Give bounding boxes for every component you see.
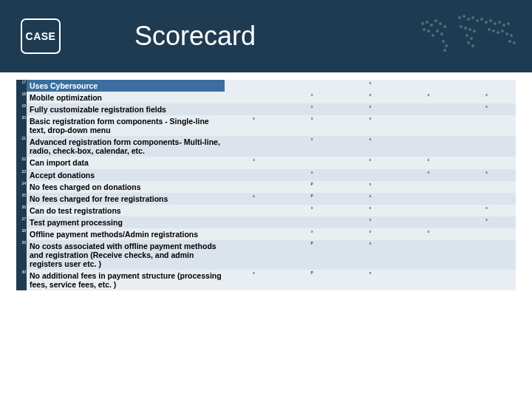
svg-point-34: [501, 30, 504, 33]
cell-mark: [225, 92, 283, 103]
cell-mark: [457, 240, 516, 270]
cell-mark: x: [341, 228, 400, 240]
row-number: 27: [16, 216, 27, 228]
cell-mark: x: [225, 270, 283, 290]
row-label: Basic registration form components - Sin…: [27, 115, 225, 136]
svg-point-17: [485, 21, 488, 24]
row-number: 25: [16, 193, 27, 205]
cell-mark: x: [283, 169, 341, 181]
cell-mark: x: [283, 92, 341, 103]
cell-mark: x: [341, 181, 400, 193]
svg-point-16: [480, 18, 483, 21]
row-number: 26: [16, 205, 27, 216]
svg-point-23: [460, 25, 463, 28]
svg-point-28: [470, 37, 473, 40]
svg-point-10: [423, 28, 426, 31]
svg-point-15: [476, 19, 479, 22]
cell-mark: [225, 169, 283, 181]
cell-mark: [399, 270, 457, 290]
table-row: 25No fees charged for free registrations…: [16, 193, 516, 205]
cell-mark: x: [283, 228, 341, 240]
row-label: Accept donations: [27, 169, 225, 181]
cell-mark: P: [283, 193, 341, 205]
logo-text: CASE: [26, 30, 56, 42]
cell-mark: [225, 136, 283, 157]
cell-mark: x: [341, 205, 400, 216]
row-number: 28: [16, 228, 27, 240]
scorecard-table: 17Uses Cybersourcex18Mobile optimization…: [16, 80, 516, 290]
svg-point-24: [464, 27, 467, 30]
svg-point-40: [445, 44, 448, 47]
cell-mark: [457, 80, 516, 92]
cell-mark: [399, 136, 457, 157]
cell-mark: x: [341, 136, 400, 157]
cell-mark: x: [457, 92, 516, 103]
cell-mark: x: [341, 80, 400, 92]
cell-mark: [399, 240, 457, 270]
cell-mark: x: [399, 92, 457, 103]
row-number: 21: [16, 136, 27, 157]
svg-point-21: [502, 24, 505, 27]
svg-point-8: [432, 34, 434, 37]
svg-point-20: [498, 21, 501, 24]
cell-mark: x: [457, 169, 516, 181]
cell-mark: [399, 181, 457, 193]
cell-mark: [399, 80, 457, 92]
svg-point-13: [467, 18, 470, 21]
svg-point-31: [488, 28, 491, 31]
cell-mark: [457, 136, 516, 157]
table-row: 19Fully customizable registration fields…: [16, 103, 516, 115]
table-row: 28Offline payment methods/Admin registra…: [16, 228, 516, 240]
table-row: 23Accept donationsxxx: [16, 169, 516, 181]
row-label: Can do test registrations: [27, 205, 225, 216]
cell-mark: [457, 181, 516, 193]
cell-mark: [341, 169, 400, 181]
cell-mark: [399, 205, 457, 216]
cell-mark: x: [399, 228, 457, 240]
cell-mark: x: [283, 103, 341, 115]
cell-mark: x: [225, 193, 283, 205]
cell-mark: x: [225, 115, 283, 136]
table-row: 21Advanced registration form components-…: [16, 136, 516, 157]
table-row: 17Uses Cybersourcex: [16, 80, 516, 92]
row-number: 19: [16, 103, 27, 115]
cell-mark: P: [283, 240, 341, 270]
svg-point-22: [507, 22, 510, 25]
cell-mark: [283, 216, 341, 228]
cell-mark: x: [341, 115, 400, 136]
svg-point-39: [442, 40, 445, 43]
row-label: Mobile optimization: [27, 92, 225, 103]
svg-point-14: [471, 16, 474, 19]
svg-point-36: [510, 34, 513, 37]
cell-mark: [225, 228, 283, 240]
row-label: No additional fees in payment structure …: [27, 270, 225, 290]
svg-point-38: [513, 41, 516, 44]
row-label: No costs associated with offline payment…: [27, 240, 225, 270]
svg-point-26: [473, 30, 476, 33]
cell-mark: x: [283, 136, 341, 157]
row-label: Test payment processing: [27, 216, 225, 228]
svg-point-0: [421, 22, 424, 25]
cell-mark: [457, 228, 516, 240]
cell-mark: [399, 216, 457, 228]
svg-point-1: [426, 21, 429, 24]
cell-mark: x: [341, 216, 400, 228]
svg-point-3: [434, 19, 437, 22]
row-number: 18: [16, 92, 27, 103]
row-label: No fees charged for free registrations: [27, 193, 225, 205]
table-row: 18Mobile optimizationxxxx: [16, 92, 516, 103]
row-label: Advanced registration form components- M…: [27, 136, 225, 157]
cell-mark: [225, 103, 283, 115]
cell-mark: x: [341, 103, 400, 115]
cell-mark: x: [457, 216, 516, 228]
cell-mark: [399, 103, 457, 115]
table-row: 29No costs associated with offline payme…: [16, 240, 516, 270]
svg-point-30: [471, 44, 474, 47]
svg-point-29: [467, 41, 470, 44]
svg-point-41: [443, 49, 446, 52]
cell-mark: x: [457, 205, 516, 216]
cell-mark: [457, 270, 516, 290]
scorecard-content: 17Uses Cybersourcex18Mobile optimization…: [0, 72, 532, 290]
cell-mark: [225, 80, 283, 92]
row-label: Can import data: [27, 157, 225, 168]
